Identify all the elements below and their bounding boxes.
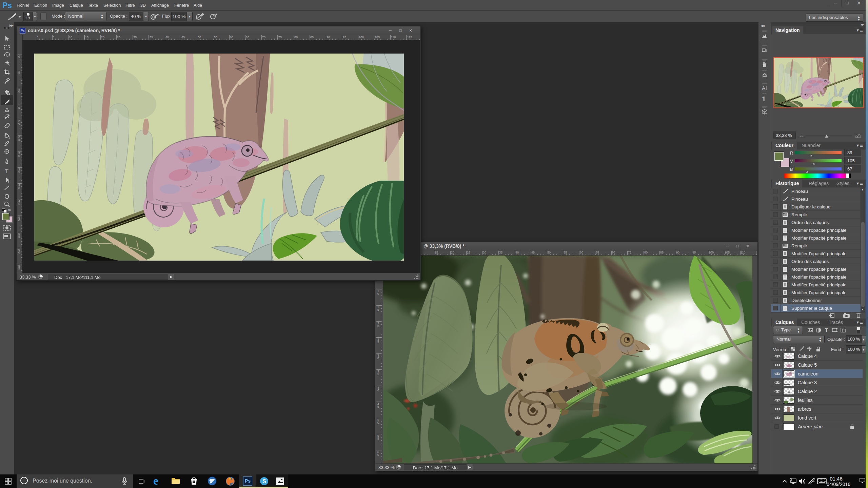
svg-text:A: A: [762, 85, 765, 91]
svg-text:S: S: [262, 478, 266, 485]
svg-text:T: T: [825, 327, 828, 333]
svg-text:T: T: [5, 168, 8, 174]
svg-text:¶: ¶: [762, 96, 765, 101]
